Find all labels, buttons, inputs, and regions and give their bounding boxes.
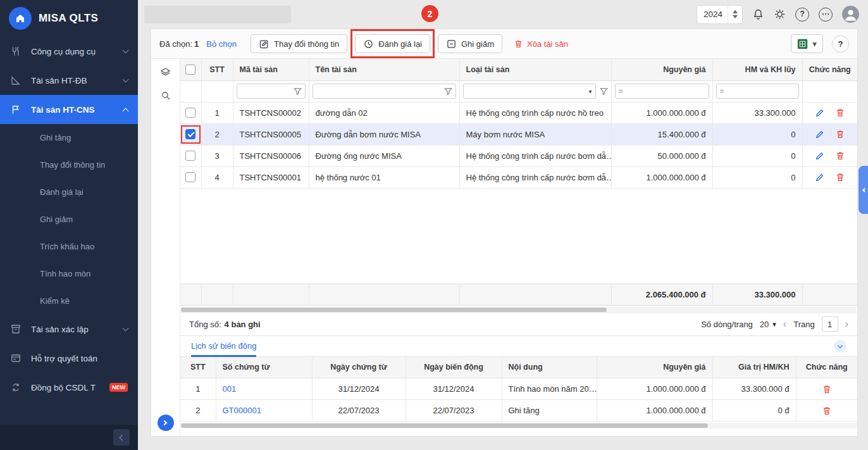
summary-depreciation: 33.300.000	[712, 284, 802, 305]
next-page-button[interactable]: ›	[845, 319, 848, 329]
sidebar-item-thay-doi-thong-tin[interactable]: Thay đổi thông tin	[0, 151, 138, 178]
sidebar-item-tai-san-ht-db[interactable]: Tài sản HT-ĐB	[0, 66, 138, 95]
tab-lich-su-bien-dong[interactable]: Lịch sử biến động	[191, 336, 256, 356]
edit-row-icon[interactable]	[815, 129, 825, 139]
table-row[interactable]: 4 TSHTCNS00001 hệ thống nước 01 Hệ thống…	[180, 166, 857, 188]
year-spinner[interactable]	[728, 6, 742, 23]
column-header-type[interactable]: Loại tài sản	[459, 59, 611, 80]
sidebar-item-danh-gia-lai[interactable]: Đánh giá lại	[0, 178, 138, 206]
filter-name-input-box	[313, 84, 456, 99]
scrollbar-thumb[interactable]	[181, 423, 708, 428]
row-checkbox[interactable]	[185, 151, 195, 161]
column-header-depreciation[interactable]: HM và KH lũy	[712, 59, 802, 80]
filter-type-select[interactable]: ▾	[463, 84, 596, 99]
sidebar-nav: Công cụ dụng cụ Tài sản HT-ĐB Tài sản HT…	[0, 37, 138, 425]
equals-operator[interactable]: =	[720, 87, 724, 96]
delete-row-icon[interactable]	[822, 406, 832, 416]
filter-name-input[interactable]	[316, 86, 442, 96]
sidebar-item-cong-cu-dung-cu[interactable]: Công cụ dụng cụ	[0, 37, 138, 66]
collapse-history-button[interactable]	[834, 340, 846, 353]
table-row[interactable]: 3 TSHTCNS00006 Đường ống nước MISA Hệ th…	[180, 145, 857, 166]
history-row[interactable]: 1 001 31/12/2024 31/12/2024 Tính hao mòn…	[180, 378, 857, 400]
delete-row-icon[interactable]	[835, 129, 845, 139]
document-link[interactable]: GT000001	[223, 406, 261, 415]
row-checkbox[interactable]	[185, 108, 195, 118]
funnel-icon[interactable]	[600, 87, 608, 96]
column-header-code[interactable]: Mã tài sản	[233, 59, 309, 80]
funnel-icon[interactable]	[294, 87, 302, 96]
history-header-row: STT Số chứng từ Ngày chứng từ Ngày biến …	[180, 357, 857, 378]
column-header-change-date[interactable]: Ngày biến động	[406, 357, 502, 378]
select-all-checkbox[interactable]	[185, 65, 195, 75]
sidebar-item-ghi-tang[interactable]: Ghi tăng	[0, 124, 138, 151]
grid-help-button[interactable]: ?	[832, 35, 849, 53]
select-all-cell[interactable]	[180, 59, 201, 80]
column-header-stt[interactable]: STT	[201, 59, 233, 80]
sidebar-item-tai-san-xac-lap[interactable]: Tài sản xác lập	[0, 315, 138, 344]
filter-cost-input[interactable]	[626, 86, 705, 96]
rows-per-page-select[interactable]: 20 ▾	[760, 320, 776, 329]
column-header-cost[interactable]: Nguyên giá	[597, 357, 712, 378]
sidebar-item-ho-tro-quyet-toan[interactable]: Hỗ trợ quyết toán	[0, 344, 138, 373]
sidebar-item-kiem-ke[interactable]: Kiểm kê	[0, 287, 138, 315]
export-excel-button[interactable]: ▾	[791, 34, 823, 53]
sidebar-item-tinh-hao-mon[interactable]: Tính hao mòn	[0, 260, 138, 287]
history-horizontal-scrollbar[interactable]	[181, 423, 857, 428]
column-header-cost[interactable]: Nguyên giá	[611, 59, 712, 80]
edit-row-icon[interactable]	[815, 151, 825, 161]
page-number-input[interactable]: 1	[822, 316, 838, 332]
sidebar-item-trich-khau-hao[interactable]: Trích khấu hao	[0, 233, 138, 260]
sidebar-item-tai-san-ht-cns[interactable]: Tài sản HT-CNS	[0, 95, 138, 124]
year-selector[interactable]: 2024	[697, 5, 743, 24]
table-row[interactable]: 1 TSHTCNS00002 đường dẫn 02 Hệ thống côn…	[180, 102, 857, 123]
bell-icon[interactable]	[752, 8, 764, 20]
clock-icon	[363, 39, 374, 49]
column-header-value[interactable]: Giá trị HM/KH	[712, 357, 796, 378]
column-header-stt[interactable]: STT	[180, 357, 216, 378]
panel-collapse-tab[interactable]	[859, 166, 868, 214]
horizontal-scrollbar[interactable]	[181, 307, 857, 313]
delete-asset-button[interactable]: Xóa tài sản	[510, 39, 572, 49]
column-header-doc-date[interactable]: Ngày chứng từ	[312, 357, 406, 378]
decrease-button[interactable]: Ghi giảm	[438, 34, 502, 53]
expand-panel-button[interactable]	[158, 415, 174, 431]
sidebar-item-dong-bo-csdl-tsc[interactable]: Đồng bộ CSDL TSC NEW	[0, 373, 138, 402]
column-header-doc-no[interactable]: Số chứng từ	[216, 357, 312, 378]
delete-row-icon[interactable]	[835, 151, 845, 161]
row-checkbox[interactable]	[185, 129, 195, 139]
funnel-icon[interactable]	[444, 87, 452, 96]
search-icon[interactable]	[160, 90, 171, 101]
more-options-icon[interactable]: ⋯	[819, 8, 833, 22]
sidebar-collapse-button[interactable]	[113, 429, 130, 446]
scrollbar-thumb[interactable]	[181, 308, 607, 312]
caret-down-icon: ▾	[812, 39, 817, 49]
filter-code-input[interactable]	[240, 86, 291, 96]
deselect-link[interactable]: Bỏ chọn	[206, 39, 237, 49]
help-icon[interactable]: ?	[795, 8, 809, 22]
table-row[interactable]: 1 2 TSHTCNS00005 Đường dẫn bơm nước MISA…	[180, 123, 857, 145]
trash-icon	[514, 39, 523, 49]
change-info-button[interactable]: Thay đổi thông tin	[251, 34, 347, 53]
edit-row-icon[interactable]	[815, 172, 825, 182]
revaluate-button[interactable]: Đánh giá lại	[355, 34, 430, 53]
gear-icon[interactable]	[774, 8, 786, 20]
prev-page-button[interactable]: ‹	[783, 319, 786, 329]
delete-row-icon[interactable]	[822, 384, 832, 394]
column-header-content[interactable]: Nội dung	[502, 357, 597, 378]
filter-depreciation-input[interactable]	[727, 86, 795, 96]
layers-icon[interactable]	[159, 66, 171, 78]
caret-down-icon: ▾	[772, 320, 776, 328]
filter-type-input[interactable]	[467, 86, 586, 96]
column-header-actions: Chức năng	[796, 357, 857, 378]
delete-row-icon[interactable]	[835, 108, 845, 118]
edit-row-icon[interactable]	[815, 108, 825, 118]
avatar[interactable]	[842, 6, 859, 23]
document-link[interactable]: 001	[223, 384, 237, 394]
equals-operator[interactable]: =	[619, 87, 623, 96]
filter-code-input-box	[237, 84, 306, 99]
column-header-name[interactable]: Tên tài sản	[309, 59, 459, 80]
delete-row-icon[interactable]	[835, 172, 845, 182]
sidebar-item-ghi-giam[interactable]: Ghi giảm	[0, 206, 138, 233]
history-row[interactable]: 2 GT000001 22/07/2023 22/07/2023 Ghi tăn…	[180, 400, 857, 422]
row-checkbox[interactable]	[185, 172, 195, 182]
